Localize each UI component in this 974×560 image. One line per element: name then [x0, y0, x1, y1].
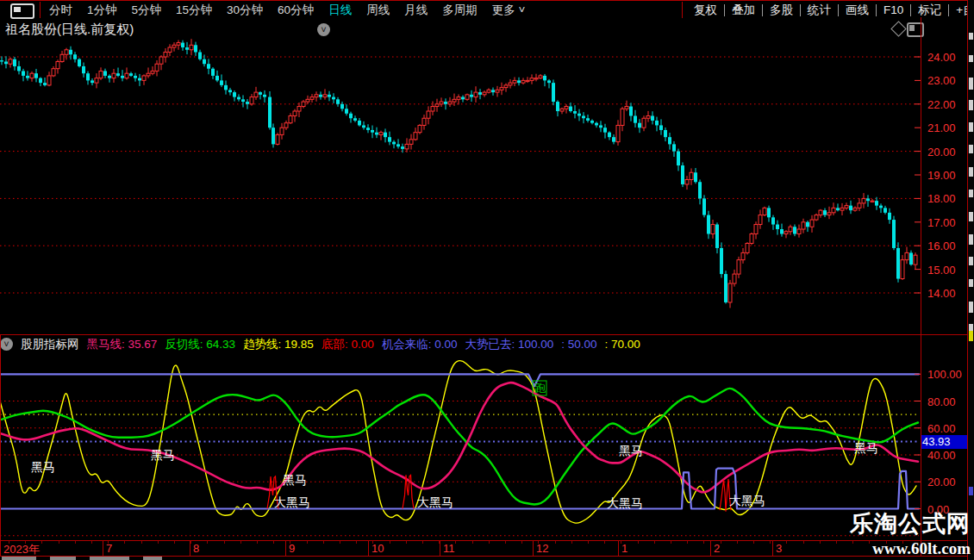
tool-button-统计[interactable]: 统计 [801, 3, 838, 18]
timeframe-日线[interactable]: 日线 [328, 3, 352, 18]
month-label: 7 [106, 542, 112, 555]
month-label: 12 [536, 542, 548, 555]
layout-icon[interactable] [10, 3, 34, 19]
signal-label: 黑马 [31, 460, 55, 474]
tool-button-画线[interactable]: 画线 [839, 3, 876, 18]
month-label: 10 [371, 542, 384, 555]
watermark-url: www.60lt.com [850, 539, 971, 558]
signal-label: 黑马 [283, 473, 307, 487]
month-label: 11 [443, 542, 455, 555]
price-tick-label: 15.00 [927, 264, 956, 277]
price-tick-label: 19.00 [927, 169, 956, 182]
timeframe-月线[interactable]: 月线 [404, 3, 428, 18]
indicator-source: 股朋指标网 [21, 337, 79, 352]
month-label: 1 [621, 542, 627, 555]
indicator-header: ˅ 股朋指标网 黑马线: 35.67反切线: 64.33趋势线: 19.85底部… [0, 335, 919, 353]
tool-button-多股[interactable]: 多股 [763, 3, 800, 18]
chevron-down-icon[interactable]: ˅ [0, 338, 13, 351]
timeframe-1分钟[interactable]: 1分钟 [87, 3, 117, 18]
timeframe-周线[interactable]: 周线 [366, 3, 390, 18]
month-label: 9 [289, 542, 295, 555]
timeframe-30分钟[interactable]: 30分钟 [227, 3, 263, 18]
signal-label: 大黑马 [274, 495, 310, 509]
watermark-site-name: 乐淘公式网 [850, 508, 971, 539]
price-tick-label: 14.00 [927, 287, 956, 300]
month-label: 3 [776, 542, 782, 555]
indicator-field: 趋势线: 19.85 [243, 337, 314, 352]
price-tick-label: 21.00 [927, 121, 956, 134]
current-value-tag: 43.93 [921, 435, 969, 449]
indicator-tick-label: 20.00 [927, 476, 956, 488]
price-tick-label: 18.00 [927, 192, 956, 205]
indicator-field: 底部: 0.00 [322, 337, 374, 352]
month-label: 2 [714, 542, 720, 555]
watermark: 乐淘公式网 www.60lt.com [850, 508, 971, 558]
indicator-field: : 70.00 [605, 338, 640, 351]
price-tick-label: 20.00 [927, 146, 956, 159]
pao-signal-label: 跑 [534, 382, 546, 395]
timeframe-更多 ˅[interactable]: 更多 ˅ [492, 3, 526, 18]
signal-label: 大黑马 [417, 495, 453, 509]
price-axis: 24.0023.0022.0021.0020.0019.0018.0017.00… [921, 34, 967, 334]
signal-label: 黑马 [151, 448, 175, 462]
timeframe-60分钟[interactable]: 60分钟 [278, 3, 314, 18]
timeframe-menu: 分时1分钟5分钟15分钟30分钟60分钟日线周线月线多周期更多 ˅ [49, 1, 525, 19]
clipped-next-pane [0, 557, 362, 560]
tool-button-叠加[interactable]: 叠加 [725, 3, 762, 18]
indicator-chart[interactable]: 黑马黑马黑马黑马黑马大黑马大黑马大黑马大黑马跑 [0, 354, 921, 540]
indicator-tick-label: 40.00 [927, 449, 956, 462]
timeframe-15分钟[interactable]: 15分钟 [176, 3, 212, 18]
tool-button-F10[interactable]: F10 [877, 3, 910, 16]
price-tick-label: 17.00 [927, 216, 956, 229]
signal-label: 大黑马 [729, 494, 765, 507]
signal-label: 黑马 [619, 444, 643, 457]
trading-app-window: 分时1分钟5分钟15分钟30分钟60分钟日线周线月线多周期更多 ˅ 复权叠加多股… [0, 0, 974, 560]
indicator-field: 大势已去: 100.00 [465, 337, 553, 352]
indicator-tick-label: 60.00 [927, 422, 956, 435]
candlestick-chart[interactable] [0, 34, 921, 334]
clipped-sidebar [968, 0, 974, 560]
indicator-field: 机会来临: 0.00 [382, 337, 458, 352]
price-tick-label: 23.00 [927, 74, 956, 87]
indicator-field: 黑马线: 35.67 [87, 337, 158, 352]
indicator-field: 反切线: 64.33 [165, 337, 235, 352]
price-tick-label: 24.00 [927, 51, 956, 64]
signal-label: 黑马 [854, 441, 878, 455]
indicator-field: : 50.00 [561, 338, 596, 351]
price-tick-label: 22.00 [927, 98, 956, 111]
top-toolbar: 分时1分钟5分钟15分钟30分钟60分钟日线周线月线多周期更多 ˅ 复权叠加多股… [0, 1, 967, 19]
timeframe-分时[interactable]: 分时 [49, 3, 72, 18]
date-axis[interactable]: 2023年789101112123 [0, 541, 921, 556]
timeframe-多周期[interactable]: 多周期 [442, 3, 478, 18]
tools-menu: 复权叠加多股统计画线F10标记+自选返回 [687, 1, 974, 19]
month-label: 8 [193, 542, 199, 555]
indicator-tick-label: 100.00 [927, 368, 962, 381]
tool-button-标记[interactable]: 标记 [911, 3, 948, 18]
price-tick-label: 16.00 [927, 240, 956, 252]
indicator-tick-label: 80.00 [927, 395, 956, 408]
signal-label: 大黑马 [607, 496, 643, 510]
timeframe-5分钟[interactable]: 5分钟 [132, 3, 162, 18]
tool-button-复权[interactable]: 复权 [687, 3, 724, 18]
